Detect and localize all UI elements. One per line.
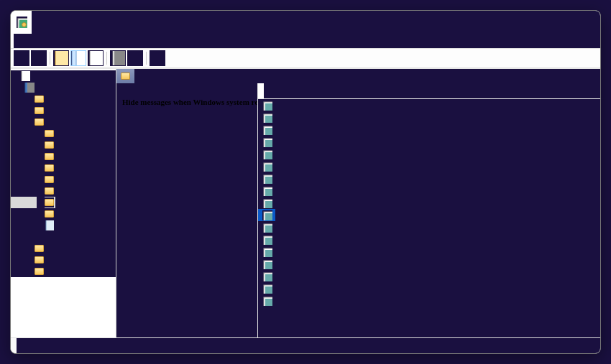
svg-rect-75 — [265, 300, 272, 306]
policy-icon — [21, 71, 30, 81]
menu-file[interactable]: File — [14, 34, 165, 48]
svg-rect-27 — [265, 105, 272, 111]
tree-computer-config[interactable]: ▾Computer Configura — [11, 82, 116, 93]
svg-rect-54 — [265, 215, 272, 220]
svg-rect-39 — [265, 154, 272, 159]
properties-button[interactable] — [110, 50, 126, 66]
user-icon — [24, 232, 34, 242]
folder-icon — [35, 107, 44, 114]
folder-icon — [45, 130, 54, 137]
folder-icon — [45, 187, 54, 195]
tree-windows-comp[interactable]: ▸Windows Cor — [11, 208, 116, 220]
computer-icon — [24, 83, 34, 93]
policy-item-icon — [262, 149, 272, 159]
svg-rect-33 — [265, 129, 272, 135]
list-item[interactable]: Display highly detailed status messagesN… — [258, 123, 601, 136]
policy-item-icon — [262, 137, 272, 147]
status-bar: 18 setting(s) — [11, 337, 601, 353]
svg-rect-63 — [265, 251, 272, 257]
path-header: System — [116, 69, 601, 83]
policy-item-icon — [262, 186, 272, 196]
sort-indicator-icon: ⌃ — [566, 83, 601, 99]
policy-item-icon — [262, 125, 272, 135]
tree-cc-software[interactable]: ▸Software Settings — [11, 93, 116, 105]
list-item[interactable]: Download missing COM componentsNot confi… — [258, 185, 601, 197]
tree-server[interactable]: Server — [11, 174, 116, 185]
list-item[interactable]: Configure the behavior of the sudo comma… — [258, 111, 601, 123]
details-pane: Hide messages when Windows system requir… — [116, 83, 257, 337]
tree-uc-windows[interactable]: ▸Windows Setting — [11, 254, 116, 266]
selected-policy-title: Hide messages when Windows system requir… — [122, 97, 257, 337]
menu-action[interactable]: Action — [165, 34, 317, 48]
list-item[interactable]: Allow Distributed Link Tracking clients … — [258, 99, 601, 111]
list-item[interactable]: Specify settings for optional component … — [258, 258, 601, 270]
folder-icon — [35, 95, 44, 103]
settings-list[interactable]: Allow Distributed Link Tracking clients … — [258, 99, 601, 337]
menu-view[interactable]: View — [316, 34, 468, 48]
list-item[interactable]: Enable Persistent Time StampNot configur… — [258, 197, 601, 209]
list-item[interactable]: Display Shutdown Event TrackerNot config… — [258, 136, 601, 148]
tree-network[interactable]: ▸Network — [11, 151, 116, 162]
svg-rect-11 — [76, 50, 86, 66]
tree-uc-admin[interactable]: ▸Administrative Te — [11, 266, 116, 277]
svg-rect-69 — [265, 276, 272, 281]
list-item[interactable]: Specify Windows Service Pack installatio… — [258, 282, 601, 294]
svg-rect-36 — [265, 141, 272, 147]
tree-printers[interactable]: Printers — [11, 162, 116, 174]
list-item-selected[interactable]: Hide messages when Windows system requir… — [258, 209, 601, 221]
list-item[interactable]: Do not display Manage Your Server page a… — [258, 160, 601, 172]
path-label: System — [134, 69, 601, 83]
svg-rect-18 — [22, 71, 30, 81]
svg-rect-60 — [265, 239, 272, 245]
list-item[interactable]: Turn off Data Execution Prevention for H… — [258, 294, 601, 307]
list-item[interactable]: Do not automatically encrypt files moved… — [258, 148, 601, 160]
tree-control-panel[interactable]: ▸Control Panel — [11, 128, 116, 139]
folder-icon — [35, 118, 44, 126]
policy-item-icon — [262, 296, 272, 306]
svg-rect-21 — [27, 83, 34, 93]
policy-item-icon — [262, 271, 272, 281]
policy-item-icon — [262, 101, 272, 111]
back-button[interactable] — [14, 50, 29, 66]
tree-startmenu[interactable]: Start Menu ar — [11, 185, 116, 197]
list-item[interactable]: Do not turn off system power after a Win… — [258, 172, 601, 185]
list-item[interactable]: Restrict these programs from being launc… — [258, 246, 601, 258]
folder-icon — [45, 176, 54, 183]
policy-item-icon — [262, 113, 272, 123]
tree-all-settings[interactable]: All Settings — [11, 220, 116, 231]
show-hide-tree-button[interactable] — [70, 50, 86, 66]
filter-button[interactable] — [150, 50, 165, 66]
folder-icon — [45, 210, 54, 218]
tree-desktop[interactable]: Desktop — [11, 139, 116, 151]
svg-rect-12 — [90, 50, 103, 66]
tree-uc-software[interactable]: ▸Software Settings — [11, 243, 116, 254]
column-setting[interactable]: Setting⌃ — [264, 83, 601, 99]
menu-help[interactable]: Help — [468, 34, 602, 48]
list-item[interactable]: Specify Windows installation file locati… — [258, 270, 601, 282]
list-header: Setting⌃ State — [258, 83, 601, 99]
policy-item-icon — [262, 235, 272, 245]
folder-icon — [121, 73, 130, 80]
svg-rect-42 — [265, 166, 272, 172]
export-button[interactable] — [88, 50, 104, 66]
tree-system[interactable]: ▸System — [11, 197, 116, 208]
tree-user-config[interactable]: ▾User Configuration — [11, 231, 116, 243]
folder-icon — [35, 268, 44, 275]
list-item[interactable]: Remove Boot / Shutdown / Logon / Logoff … — [258, 221, 601, 233]
toolbar: ? — [11, 48, 601, 68]
tree-cc-admin[interactable]: ▾Administrative Te — [11, 116, 116, 128]
tree-pane[interactable]: Local Computer Policy ▾Computer Configur… — [11, 69, 116, 337]
svg-rect-57 — [265, 227, 272, 233]
svg-point-4 — [22, 22, 27, 27]
forward-button[interactable] — [31, 50, 47, 66]
policy-item-icon — [262, 223, 272, 233]
tree-cc-windows[interactable]: ▸Windows Setting — [11, 105, 116, 116]
folder-icon — [45, 199, 54, 206]
folder-icon — [45, 164, 54, 172]
svg-rect-51 — [265, 202, 272, 208]
folder-icon — [45, 141, 54, 149]
list-item[interactable]: Restrict potentially unsafe HTML Help fu… — [258, 233, 601, 246]
help-button[interactable]: ? — [127, 50, 143, 66]
tree-root[interactable]: Local Computer Policy — [11, 70, 116, 82]
up-button[interactable] — [53, 50, 69, 66]
